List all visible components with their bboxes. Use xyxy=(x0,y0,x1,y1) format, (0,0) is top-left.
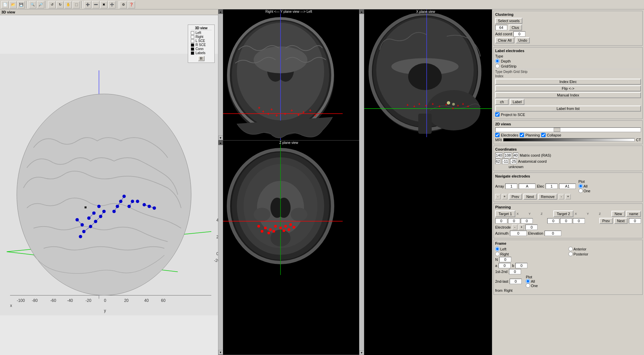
manual-index-btn[interactable]: Manual Index xyxy=(495,92,641,98)
new-btn[interactable]: New xyxy=(611,211,625,217)
rotate-left-icon[interactable]: ↺ xyxy=(48,1,56,8)
b-input[interactable] xyxy=(515,263,527,268)
legend-left[interactable]: Left xyxy=(191,31,212,35)
label-from-list-btn[interactable]: Label from list xyxy=(495,106,641,112)
frame-left-radio[interactable] xyxy=(495,247,500,251)
target2-btn[interactable]: Target 2 xyxy=(553,210,573,217)
mri-x-canvas[interactable]: + + + + + + + + + + + xyxy=(359,9,492,355)
plan-prev-btn[interactable]: Prev xyxy=(599,218,613,224)
canvas-3d[interactable]: 60 40 20 0 -20 -40 -60 -80 -100 0 20 40 … xyxy=(0,15,218,354)
a-input[interactable] xyxy=(499,263,511,268)
ch-btn[interactable]: ch xyxy=(495,99,509,105)
plan-next-count[interactable] xyxy=(629,218,641,224)
legend-lsce-check[interactable] xyxy=(191,39,194,43)
name-btn[interactable]: name xyxy=(626,211,641,217)
mri-y-canvas[interactable]: + + + + + + + + + + + xyxy=(218,9,359,140)
rotate-right-icon[interactable]: ↻ xyxy=(56,1,64,8)
multiply-icon[interactable]: ✖ xyxy=(100,1,108,8)
select-voxels-btn[interactable]: Select voxels xyxy=(495,18,522,24)
legend-conn[interactable]: Conn xyxy=(191,47,212,51)
undo-btn[interactable]: Undo xyxy=(516,37,530,43)
clus-btn[interactable]: Clus xyxy=(509,25,522,31)
plot-all-radio[interactable] xyxy=(578,184,583,188)
t2-x-input[interactable] xyxy=(547,218,559,224)
elec-value-input[interactable] xyxy=(546,184,558,189)
azimuth-input[interactable] xyxy=(510,231,527,236)
legend-labels-check[interactable] xyxy=(191,51,194,55)
add-icon[interactable]: ➕ xyxy=(84,1,91,8)
legend-r-btn[interactable]: R xyxy=(198,56,205,61)
mri-x-scrollbar-v[interactable]: ▲ ▼ xyxy=(359,9,364,355)
plot-all-radio-item[interactable]: All xyxy=(578,184,591,188)
clear-all-btn[interactable]: Clear All xyxy=(495,37,514,43)
legend-right[interactable]: Right xyxy=(191,35,212,39)
legend-labels[interactable]: Labels xyxy=(191,51,212,55)
mri-z-panel[interactable]: Z plane view xyxy=(218,141,359,355)
scroll-down-arrow-x[interactable]: ▼ xyxy=(359,350,364,355)
plot-one-radio-item[interactable]: One xyxy=(578,189,591,193)
t1-z-input[interactable] xyxy=(521,218,533,224)
cluster-count-input[interactable] xyxy=(495,25,507,30)
plot-one-radio[interactable] xyxy=(578,189,583,193)
settings-icon[interactable]: ⚙ xyxy=(120,1,127,8)
legend-rsce-check[interactable] xyxy=(191,43,194,47)
index-elec-btn[interactable]: Index Elec xyxy=(495,79,641,85)
subtract-icon[interactable]: ➖ xyxy=(92,1,99,8)
elec-name-input[interactable] xyxy=(559,184,576,189)
electrodes-check[interactable] xyxy=(495,133,500,137)
legend-rsce[interactable]: R SCE xyxy=(191,43,212,47)
grid-strip-radio[interactable] xyxy=(495,64,500,68)
frame-plot-one-item[interactable]: One xyxy=(526,283,538,288)
divide-icon[interactable]: ➗ xyxy=(108,1,116,8)
second-last-input[interactable] xyxy=(510,279,522,284)
legend-left-check[interactable] xyxy=(191,31,194,35)
scroll-down-arrow-z[interactable]: ▼ xyxy=(218,350,223,355)
legend-lsce[interactable]: L SCE xyxy=(191,39,212,43)
frame-plot-one-radio[interactable] xyxy=(526,283,530,288)
frame-plot-all-item[interactable]: All xyxy=(526,279,538,283)
save-file-icon[interactable]: 💾 xyxy=(17,1,25,8)
remove-btn[interactable]: Remove xyxy=(538,194,557,200)
prev-btn[interactable]: Prev xyxy=(509,194,522,200)
zoom-icon[interactable]: 🔍 xyxy=(29,1,36,8)
electrode-plus-btn[interactable]: + xyxy=(519,225,524,230)
zoom-out-icon[interactable]: 🔎 xyxy=(37,1,44,8)
array-name-input[interactable] xyxy=(519,184,535,189)
legend-right-check[interactable] xyxy=(191,35,194,39)
scroll-down-arrow[interactable]: ▼ xyxy=(218,135,223,140)
label-btn[interactable]: Label xyxy=(510,99,524,105)
depth-radio[interactable] xyxy=(495,59,500,63)
array-value-input[interactable] xyxy=(505,184,517,189)
nav-minus2-btn[interactable]: - xyxy=(559,194,564,199)
flip-btn[interactable]: Flip <-> xyxy=(495,85,641,91)
frame-right-radio[interactable] xyxy=(495,252,500,256)
t1-x-input[interactable] xyxy=(495,218,507,224)
frame-left-item[interactable]: Left xyxy=(495,247,568,251)
planning-check[interactable] xyxy=(520,133,524,137)
electrode-minus-btn[interactable]: - xyxy=(512,225,517,230)
frame-posterior-radio[interactable] xyxy=(568,252,573,256)
mri-z-scrollbar-v[interactable]: ▲ ▼ xyxy=(218,141,223,355)
legend-conn-check[interactable] xyxy=(191,47,194,51)
t2-z-input[interactable] xyxy=(573,218,585,224)
new-file-icon[interactable]: 📄 xyxy=(1,1,9,8)
collapse-check[interactable] xyxy=(541,133,546,137)
next-btn[interactable]: Next xyxy=(523,194,537,200)
mri-z-canvas[interactable] xyxy=(218,141,359,355)
views-slider[interactable] xyxy=(495,127,641,132)
t1-y-input[interactable] xyxy=(508,218,520,224)
target1-btn[interactable]: Target 1 xyxy=(495,210,515,217)
views-slider-thumb[interactable] xyxy=(554,128,560,132)
frame-anterior-item[interactable]: Anterior xyxy=(568,247,641,251)
pan-icon[interactable]: ✋ xyxy=(65,1,72,8)
n-input[interactable] xyxy=(499,257,511,262)
mri-y-panel[interactable]: Right <--- Y plane view ---> Left xyxy=(218,9,359,141)
mri-y-scrollbar-v[interactable]: ▲ ▼ xyxy=(218,9,223,140)
t2-y-input[interactable] xyxy=(560,218,572,224)
open-file-icon[interactable]: 📂 xyxy=(9,1,17,8)
brain-svg[interactable]: 60 40 20 0 -20 -40 -60 -80 -100 0 20 40 … xyxy=(0,15,218,354)
mri-slider[interactable] xyxy=(503,138,635,142)
help-icon[interactable]: ❓ xyxy=(128,1,135,8)
frame-plot-all-radio[interactable] xyxy=(526,279,530,283)
elevation-input[interactable] xyxy=(545,231,561,236)
